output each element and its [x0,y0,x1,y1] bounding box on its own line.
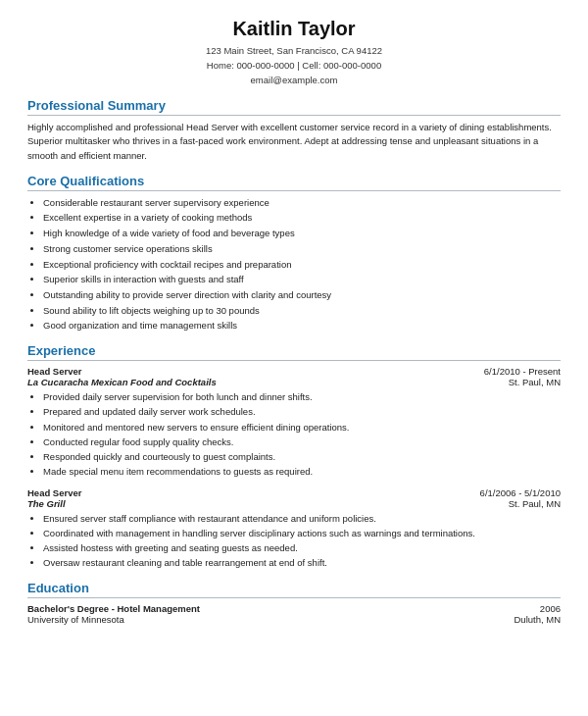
summary-divider [27,115,561,116]
job-location: St. Paul, MN [480,498,561,509]
job-bullet: Coordinated with management in handling … [43,527,561,540]
job-bullet: Made special menu item recommendations t… [43,465,561,479]
job-location: St. Paul, MN [484,377,561,387]
education-section: Education Bachelor's Degree - Hotel Mana… [27,581,561,625]
qualification-item: Excellent expertise in a variety of cook… [43,211,561,226]
candidate-name: Kaitlin Taylor [27,18,561,40]
experience-entry: Head ServerThe Grill6/1/2006 - 5/1/2010S… [27,487,561,571]
qualification-item: Good organization and time management sk… [43,319,561,333]
job-dates: 6/1/2006 - 5/1/2010 [480,487,561,498]
job-bullets: Ensured server staff compliance with res… [27,512,561,571]
resume-header: Kaitlin Taylor 123 Main Street, San Fran… [27,18,561,88]
school-name: University of Minnesota [27,614,200,625]
education-entries: Bachelor's Degree - Hotel ManagementUniv… [27,603,561,625]
qualification-item: Exceptional proficiency with cocktail re… [43,258,561,273]
edu-right: 2006Duluth, MN [514,603,561,625]
exp-entry-right: 6/1/2010 - PresentSt. Paul, MN [484,366,561,387]
education-divider [27,597,561,598]
qualification-item: Superior skills in interaction with gues… [43,273,561,287]
job-bullet: Prepared and updated daily server work s… [43,405,561,419]
exp-entry-header: Head ServerThe Grill6/1/2006 - 5/1/2010S… [27,487,561,509]
edu-header: Bachelor's Degree - Hotel ManagementUniv… [27,603,561,625]
job-bullet: Ensured server staff compliance with res… [43,512,561,526]
phone-line: Home: 000-000-0000 | Cell: 000-000-0000 [27,58,561,73]
job-title: Head Server [27,366,217,377]
job-bullet: Assisted hostess with greeting and seati… [43,541,561,555]
email-line: email@example.com [27,73,561,87]
exp-entry-right: 6/1/2006 - 5/1/2010St. Paul, MN [480,487,561,509]
professional-summary-section: Professional Summary Highly accomplished… [27,98,561,164]
qualification-item: Outstanding ability to provide server di… [43,288,561,303]
company-name: La Cucaracha Mexican Food and Cocktails [27,377,217,387]
education-title: Education [27,581,561,595]
exp-entry-left: Head ServerLa Cucaracha Mexican Food and… [27,366,217,387]
graduation-year: 2006 [514,603,561,614]
job-dates: 6/1/2010 - Present [484,366,561,377]
job-bullet: Provided daily server supervision for bo… [43,390,561,404]
professional-summary-title: Professional Summary [27,98,561,113]
qualifications-body: Considerable restaurant server superviso… [27,196,561,333]
exp-entry-left: Head ServerThe Grill [27,487,81,509]
address-line: 123 Main Street, San Francisco, CA 94122 [27,43,561,58]
job-bullet: Responded quickly and courteously to gue… [43,450,561,464]
edu-location: Duluth, MN [514,614,561,625]
job-bullets: Provided daily server supervision for bo… [27,390,561,480]
job-bullet: Monitored and mentored new servers to en… [43,421,561,435]
exp-entry-header: Head ServerLa Cucaracha Mexican Food and… [27,366,561,387]
experience-section: Experience Head ServerLa Cucaracha Mexic… [27,343,561,571]
qualifications-list: Considerable restaurant server superviso… [27,196,561,333]
experience-title: Experience [27,343,561,358]
edu-left: Bachelor's Degree - Hotel ManagementUniv… [27,603,200,625]
professional-summary-body: Highly accomplished and professional Hea… [27,121,561,164]
company-name: The Grill [27,498,81,509]
experience-entries: Head ServerLa Cucaracha Mexican Food and… [27,366,561,571]
degree-title: Bachelor's Degree - Hotel Management [27,603,200,614]
education-entry: Bachelor's Degree - Hotel ManagementUniv… [27,603,561,625]
job-bullet: Oversaw restaurant cleaning and table re… [43,556,561,570]
qualification-item: Strong customer service operations skill… [43,242,561,257]
job-title: Head Server [27,487,81,498]
qualification-item: Sound ability to lift objects weighing u… [43,304,561,319]
experience-entry: Head ServerLa Cucaracha Mexican Food and… [27,366,561,480]
qualification-item: Considerable restaurant server superviso… [43,196,561,211]
experience-divider [27,360,561,361]
job-bullet: Conducted regular food supply quality ch… [43,435,561,449]
qualifications-divider [27,190,561,191]
qualification-item: High knowledge of a wide variety of food… [43,227,561,241]
core-qualifications-section: Core Qualifications Considerable restaur… [27,174,561,333]
core-qualifications-title: Core Qualifications [27,174,561,188]
